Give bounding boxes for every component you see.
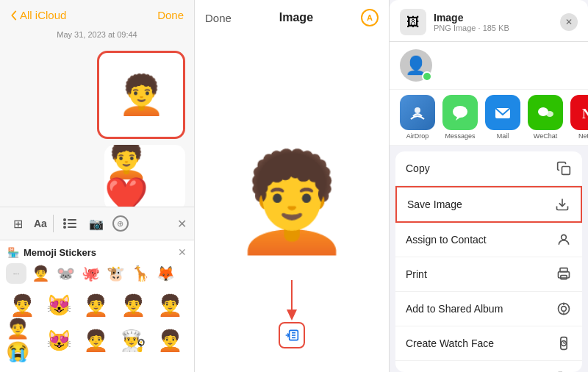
sticker-item[interactable]: 🧑‍🦱 <box>154 289 187 321</box>
airdrop-label: AirDrop <box>406 132 429 140</box>
message-image-2[interactable]: 🧑‍🦱❤️ <box>104 145 185 207</box>
svg-marker-7 <box>287 310 297 321</box>
sticker-panel: 🏪 Memoji Stickers ✕ ··· 🧑‍🦱 🐭 🐙 🐮 🦒 🦊 🧑‍… <box>0 240 194 372</box>
sticker-tab-5[interactable]: 🦒 <box>129 262 151 285</box>
contact-row: 👤 <box>390 42 588 90</box>
action-copy[interactable]: Copy <box>395 151 582 186</box>
print-icon <box>556 266 572 282</box>
action-print-label: Print <box>406 268 427 280</box>
middle-header: Done Image A <box>195 0 389 32</box>
sticker-item[interactable]: 🧑‍🦱 <box>6 289 38 321</box>
done-button-left[interactable]: Done <box>157 9 184 21</box>
red-arrow <box>277 280 306 324</box>
svg-point-0 <box>63 218 66 221</box>
sticker-tab-4[interactable]: 🐮 <box>104 262 126 285</box>
svg-rect-1 <box>68 219 76 221</box>
action-list: Copy Save Image Assign to Contact <box>395 151 582 372</box>
message-bubble-1: 🧑‍🦱 <box>9 51 185 139</box>
grid-icon[interactable]: ⊞ <box>7 213 28 234</box>
svg-rect-24 <box>561 276 567 279</box>
sticker-tab-more[interactable]: ··· <box>6 263 26 284</box>
panel-left: All iCloud Done May 31, 2023 at 09:44 🧑‍… <box>0 0 195 372</box>
emoji-sticker-2: 🧑‍🦱❤️ <box>104 145 185 207</box>
app-icon-mail[interactable]: Mail <box>485 95 520 140</box>
sheet-close-button[interactable]: ✕ <box>560 13 578 31</box>
file-name: Image <box>434 12 553 24</box>
svg-point-13 <box>453 106 467 118</box>
selected-image[interactable]: 🧑‍🦱 <box>97 51 185 139</box>
svg-rect-5 <box>68 226 76 228</box>
contact-online-badge <box>422 71 432 82</box>
circle-a-icon[interactable]: A <box>361 9 379 26</box>
svg-rect-23 <box>559 272 570 278</box>
action-save-files[interactable]: Save to Files <box>395 361 582 372</box>
panel-right: 🖼 Image PNG Image · 185 KB ✕ 👤 AirDrop <box>390 0 588 372</box>
share-button-area <box>279 322 305 348</box>
mail-icon <box>485 95 520 130</box>
app-icon-messages[interactable]: Messages <box>442 95 478 140</box>
left-header: All iCloud Done <box>0 0 194 27</box>
copy-icon <box>556 160 572 176</box>
toolbar: ⊞ Aa 📷 ⊕ ✕ <box>0 207 194 240</box>
sticker-item[interactable]: 🧑‍🦱 <box>80 324 112 357</box>
action-album-label: Add to Shared Album <box>406 303 503 315</box>
app-icon-netflix[interactable]: N Netfl... <box>570 95 588 140</box>
action-shared-album[interactable]: Add to Shared Album <box>395 292 582 326</box>
svg-point-12 <box>415 107 420 113</box>
app-icon-airdrop[interactable]: AirDrop <box>400 95 435 140</box>
wechat-label: WeChat <box>534 132 557 140</box>
svg-point-26 <box>562 307 567 312</box>
netflix-icon: N <box>570 95 588 130</box>
svg-point-21 <box>562 235 567 240</box>
save-icon <box>554 196 570 212</box>
sticker-tab-1[interactable]: 🧑‍🦱 <box>29 262 51 285</box>
action-save-label: Save Image <box>407 198 462 210</box>
sticker-item[interactable]: 🧑‍🦱😭 <box>6 324 38 357</box>
file-icon: 🖼 <box>400 9 426 35</box>
sticker-tab-6[interactable]: 🦊 <box>154 262 176 285</box>
sticker-item[interactable]: 😻 <box>43 289 75 321</box>
app-icon-wechat[interactable]: WeChat <box>528 95 563 140</box>
action-assign-contact[interactable]: Assign to Contact <box>395 223 582 257</box>
sticker-grid: 🧑‍🦱 😻 🧑‍🦱 🧑‍🦱 🧑‍🦱 🧑‍🦱😭 😻 🧑‍🦱 👨‍🍳 🧑‍🦱 <box>6 289 188 357</box>
toolbar-separator <box>53 215 54 232</box>
file-info: Image PNG Image · 185 KB <box>434 12 553 32</box>
action-watch-face[interactable]: Create Watch Face <box>395 326 582 361</box>
sticker-close-button[interactable]: ✕ <box>178 246 187 258</box>
share-button[interactable] <box>279 322 305 348</box>
sticker-item[interactable]: 🧑‍🦱 <box>117 289 149 321</box>
message-bubble-2: 🧑‍🦱❤️ <box>9 145 185 207</box>
image-viewer: 🧑‍🦱 <box>195 32 389 372</box>
action-save-image[interactable]: Save Image <box>395 186 582 223</box>
svg-point-4 <box>63 226 66 229</box>
svg-rect-3 <box>68 223 76 224</box>
sticker-item[interactable]: 🧑‍🦱 <box>80 289 112 321</box>
sticker-item[interactable]: 🧑‍🦱 <box>154 324 187 357</box>
sticker-header: 🏪 Memoji Stickers ✕ <box>6 246 188 258</box>
bullet-icon[interactable] <box>60 213 80 234</box>
sticker-item[interactable]: 😻 <box>43 324 75 357</box>
image-title: Image <box>279 11 313 24</box>
camera-icon[interactable]: 📷 <box>86 213 107 234</box>
netflix-label: Netfl... <box>578 132 588 140</box>
album-icon <box>556 301 572 317</box>
svg-text:N: N <box>582 107 588 121</box>
close-toolbar-icon[interactable]: ✕ <box>177 217 187 231</box>
text-icon[interactable]: Aa <box>34 218 47 229</box>
contact-avatar: 👤 <box>400 49 432 82</box>
done-button-middle[interactable]: Done <box>205 12 232 24</box>
share-sheet-header: 🖼 Image PNG Image · 185 KB ✕ <box>390 0 588 42</box>
sticker-tab-3[interactable]: 🐙 <box>79 262 101 285</box>
back-label: All iCloud <box>20 9 66 21</box>
action-print[interactable]: Print <box>395 257 582 292</box>
mail-label: Mail <box>497 132 509 140</box>
sticker-tab-2[interactable]: 🐭 <box>54 262 76 285</box>
svg-point-2 <box>63 222 66 225</box>
chat-area: 🧑‍🦱 🧑‍🦱❤️ <box>0 45 194 207</box>
sticker-title-text: Memoji Stickers <box>24 247 96 258</box>
back-button[interactable]: All iCloud <box>10 9 66 21</box>
timestamp: May 31, 2023 at 09:44 <box>0 27 194 45</box>
main-image-emoji: 🧑‍🦱 <box>232 154 351 250</box>
sticker-item[interactable]: 👨‍🍳 <box>117 324 149 357</box>
circle-icon[interactable]: ⊕ <box>112 215 129 232</box>
